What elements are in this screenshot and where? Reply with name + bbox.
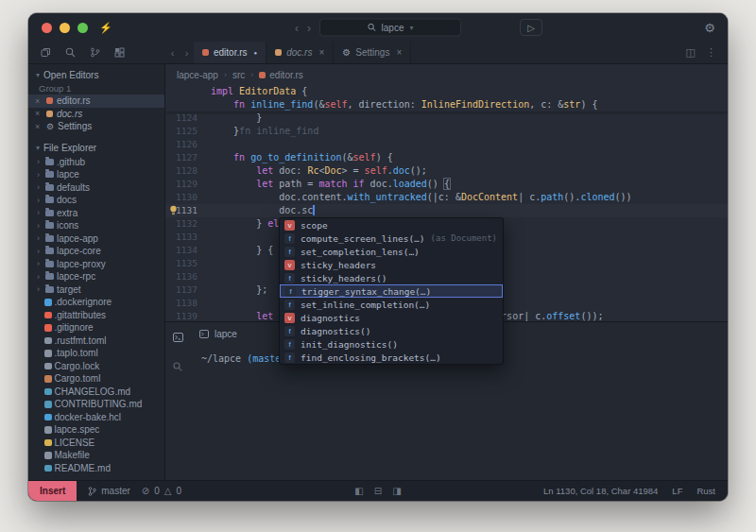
completion-item[interactable]: vscope	[280, 218, 503, 232]
close-icon[interactable]: ×	[35, 109, 43, 118]
modified-dot	[46, 111, 53, 117]
tree-item-.github[interactable]: ›.github	[28, 156, 164, 169]
tree-item-Makefile[interactable]: Makefile	[28, 449, 164, 462]
traffic-light[interactable]	[42, 23, 52, 33]
completion-item[interactable]: ftrigger_syntax_change(…)	[280, 284, 503, 298]
open-editor-doc.rs[interactable]: ×doc.rs	[28, 108, 164, 121]
close-icon[interactable]: ×	[35, 96, 43, 106]
traffic-light[interactable]	[77, 23, 88, 33]
tab-Settings[interactable]: ⚙Settings×	[334, 42, 411, 63]
completion-item[interactable]: finit_diagnostics()	[280, 337, 503, 351]
open-editor-Settings[interactable]: ×⚙Settings	[28, 120, 164, 133]
toggle-right-panel-icon[interactable]: ◨	[392, 486, 401, 496]
tree-item-defaults[interactable]: ›defaults	[28, 181, 164, 195]
close-icon[interactable]: ×	[318, 47, 324, 58]
tree-item-CONTRIBUTING.md[interactable]: CONTRIBUTING.md	[28, 398, 164, 411]
completion-item[interactable]: fset_inline_completion(…)	[280, 298, 503, 311]
tab-editor.rs[interactable]: editor.rs●	[194, 42, 266, 63]
run-button[interactable]: ▷	[520, 19, 542, 36]
toggle-left-panel-icon[interactable]: ◧	[354, 486, 363, 496]
tree-item-icons[interactable]: ›icons	[28, 219, 164, 232]
file-explorer-header[interactable]: ▾ File Explorer	[28, 141, 164, 156]
close-icon[interactable]: ×	[35, 122, 43, 131]
folder-icon	[45, 184, 54, 191]
tree-item-extra[interactable]: ›extra	[28, 207, 164, 220]
nav-forward-button[interactable]: ›	[307, 22, 311, 33]
tree-item-.gitignore[interactable]: .gitignore	[28, 321, 164, 335]
open-editors-header[interactable]: ▾ Open Editors	[28, 67, 164, 82]
tree-item-.gitattributes[interactable]: .gitattributes	[28, 309, 164, 322]
terminal-panel-icon[interactable]	[173, 329, 183, 346]
tree-item-label: docker-bake.hcl	[55, 412, 122, 422]
breadcrumb-label: src	[232, 70, 245, 80]
cursor-position[interactable]: Ln 1130, Col 18, Char 41984	[543, 486, 658, 496]
breadcrumb-item[interactable]: editor.rs	[259, 70, 303, 80]
completion-item[interactable]: ffind_enclosing_brackets(…)	[280, 351, 503, 364]
close-icon[interactable]: ×	[396, 47, 402, 58]
tree-item-.dockerignore[interactable]: .dockerignore	[28, 296, 164, 309]
completion-item[interactable]: fdiagnostics()	[280, 324, 503, 337]
line-ending[interactable]: LF	[672, 486, 682, 496]
remote-connection-icon[interactable]: ⚡	[99, 22, 112, 34]
file-icon	[44, 337, 52, 345]
file-icon	[202, 49, 209, 56]
tree-item-lapce[interactable]: ›lapce	[28, 168, 164, 181]
chevron-right-icon: ›	[224, 70, 227, 79]
completion-item[interactable]: fsticky_headers()	[280, 271, 503, 284]
code-line: 1127 fn go_to_definition(&self) {	[165, 151, 728, 164]
open-editor-editor.rs[interactable]: ×editor.rs	[28, 94, 164, 108]
tree-item-lapce-core[interactable]: ›lapce-core	[28, 245, 164, 258]
completion-label: scope	[301, 220, 328, 231]
search-results-panel-icon[interactable]	[173, 358, 182, 375]
toggle-bottom-panel-icon[interactable]: ⊟	[374, 486, 382, 496]
tree-item-.rustfmt.toml[interactable]: .rustfmt.toml	[28, 335, 164, 348]
tree-item-Cargo.toml[interactable]: Cargo.toml	[28, 372, 164, 386]
code-line: 1125 }fn inline_find	[165, 125, 728, 138]
completion-item[interactable]: fcompute_screen_lines(…)(as Document)	[280, 232, 503, 245]
mode-indicator[interactable]: Insert	[28, 481, 77, 501]
tree-item-lapce-rpc[interactable]: ›lapce-rpc	[28, 270, 164, 283]
tab-doc.rs[interactable]: doc.rs×	[266, 42, 334, 63]
search-panel-icon[interactable]	[65, 47, 76, 58]
language-mode[interactable]: Rust	[696, 486, 715, 496]
tree-item-LICENSE[interactable]: LICENSE	[28, 437, 164, 450]
chevron-down-icon: ▾	[409, 24, 413, 32]
tree-item-CHANGELOG.md[interactable]: CHANGELOG.md	[28, 386, 164, 399]
plugins-icon[interactable]	[114, 47, 125, 58]
split-editor-icon[interactable]: ◫	[686, 46, 696, 59]
tree-item-docker-bake.hcl[interactable]: docker-bake.hcl	[28, 411, 164, 424]
chevron-right-icon: ›	[37, 247, 43, 256]
breadcrumb-item[interactable]: lapce-app	[177, 70, 218, 80]
more-actions-icon[interactable]: ⋮	[706, 46, 716, 59]
settings-button[interactable]: ⚙	[704, 21, 715, 35]
nav-back-button[interactable]: ‹	[295, 22, 299, 33]
completion-item[interactable]: vdiagnostics	[280, 311, 503, 324]
tree-item-lapce.spec[interactable]: lapce.spec	[28, 423, 164, 437]
tabs-forward-button[interactable]: ›	[180, 42, 194, 63]
tree-item-lapce-app[interactable]: ›lapce-app	[28, 232, 164, 246]
branch-name: master	[101, 486, 130, 496]
tree-item-lapce-proxy[interactable]: ›lapce-proxy	[28, 258, 164, 271]
breadcrumb-item[interactable]: src	[232, 70, 245, 80]
branch-indicator[interactable]: master	[88, 486, 130, 496]
file-icon	[44, 375, 52, 383]
tree-item-.taplo.toml[interactable]: .taplo.toml	[28, 347, 164, 360]
chevron-right-icon: ›	[37, 170, 43, 180]
traffic-light[interactable]	[60, 23, 70, 33]
completion-item[interactable]: vsticky_headers	[280, 258, 503, 271]
tree-item-label: .taplo.toml	[55, 348, 98, 358]
tabs-back-button[interactable]: ‹	[165, 42, 180, 63]
terminal-output[interactable]: ~/lapce (master)	[190, 345, 728, 480]
problems-indicator[interactable]: ⊘ 0 △ 0	[142, 486, 181, 496]
tree-item-docs[interactable]: ›docs	[28, 194, 164, 207]
tree-item-README.md[interactable]: README.md	[28, 462, 164, 475]
terminal-tab[interactable]: lapce	[190, 322, 247, 345]
tree-item-label: Cargo.toml	[55, 373, 101, 384]
window-controls	[42, 23, 88, 33]
tree-item-Cargo.lock[interactable]: Cargo.lock	[28, 360, 164, 373]
source-control-icon[interactable]	[90, 47, 100, 58]
command-palette[interactable]: lapce ▾	[319, 19, 461, 37]
tree-item-target[interactable]: ›target	[28, 283, 164, 297]
completion-item[interactable]: fset_completion_lens(…)	[280, 245, 503, 258]
explorer-icon[interactable]	[41, 47, 51, 58]
